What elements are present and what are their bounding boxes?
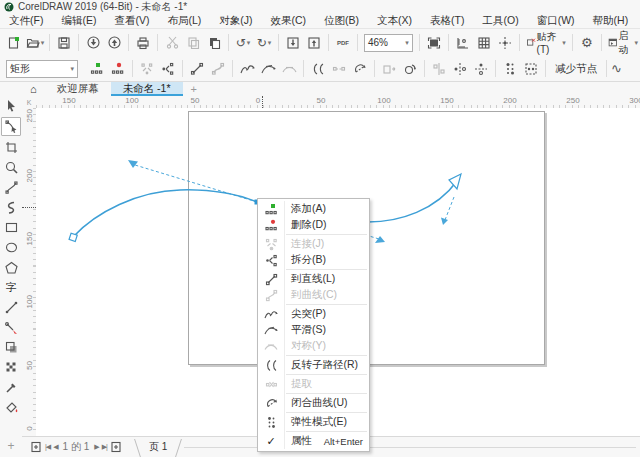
context-item-add[interactable]: 添加(A) [258,201,369,217]
transparency-tool[interactable] [2,339,20,356]
reflect-horizontal-button[interactable] [450,59,470,79]
curve-segment-left[interactable] [73,190,257,237]
more-tools-button[interactable]: + [7,439,14,453]
cusp-node-button[interactable] [237,59,257,79]
page-tab[interactable]: 页 1 [135,437,181,457]
artistic-media-tool[interactable] [2,199,20,216]
save-button[interactable] [54,33,74,53]
open-button[interactable]: ▾ [25,33,45,53]
context-item-reverse-subpath[interactable]: 反转子路径(R) [258,357,369,373]
context-item-properties[interactable]: ✓ 属性 Alt+Enter [258,433,369,449]
menu-view[interactable]: 查看(V) [105,14,158,28]
vertical-ruler[interactable]: 250 200 150 100 50 0 [22,108,37,437]
select-all-nodes-button[interactable] [521,59,541,79]
publish-pdf-button[interactable]: PDF [333,33,353,53]
menu-window[interactable]: 窗口(W) [528,14,584,28]
reflect-vertical-button[interactable] [471,59,491,79]
undo-dropdown-caret[interactable]: ▾ [247,39,251,46]
menu-effects[interactable]: 效果(C) [262,14,316,28]
redo-button[interactable]: ↻ ▾ [254,33,274,53]
handle-arrow[interactable] [128,160,138,168]
parallel-dimension-tool[interactable] [2,299,20,316]
show-guidelines-button[interactable] [495,33,515,53]
break-curve-button[interactable] [158,59,178,79]
import-button[interactable] [283,33,303,53]
launch-dropdown-caret[interactable]: ▾ [634,39,638,46]
first-page-button[interactable]: |◀ [45,443,50,451]
shape-tool[interactable] [1,117,21,136]
menu-layout[interactable]: 布局(L) [158,14,210,28]
menu-file[interactable]: 文件(F) [0,14,52,28]
snap-dropdown-caret[interactable]: ▾ [562,39,566,46]
print-button[interactable] [133,33,153,53]
curve-smoothness-icon[interactable]: ∿ [611,62,622,75]
show-grid-button[interactable] [474,33,494,53]
eyedropper-tool[interactable] [2,379,20,396]
open-dropdown-caret[interactable]: ▾ [41,39,45,46]
new-document-button[interactable] [4,33,24,53]
next-page-button[interactable]: ▶ [94,443,98,451]
context-item-elastic-mode[interactable]: 弹性模式(E) [258,414,369,430]
tab-welcome-screen[interactable]: 欢迎屏幕 [45,82,111,96]
show-rulers-button[interactable] [453,33,473,53]
options-button[interactable]: ⚙ [577,33,597,53]
connector-tool[interactable] [2,319,20,336]
undo-button[interactable]: ↺ ▾ [233,33,253,53]
context-item-smooth[interactable]: 平滑(S) [258,322,369,338]
reverse-direction-button[interactable] [308,59,328,79]
add-node-button[interactable] [87,59,107,79]
previous-page-button[interactable]: ◀ [53,443,57,451]
rectangle-tool[interactable] [2,219,20,236]
home-tab[interactable]: ⌂ [30,83,37,95]
polygon-tool[interactable] [2,259,20,276]
curve-start-node[interactable] [69,233,77,241]
delete-node-button[interactable] [108,59,128,79]
close-curve-button[interactable] [350,59,370,79]
save-to-cloud-button[interactable] [104,33,124,53]
handle-arrow[interactable] [441,218,448,226]
menu-help[interactable]: 帮助(H) [584,14,638,28]
handle-arrow[interactable] [375,236,385,243]
context-item-cusp[interactable]: 尖突(P) [258,306,369,322]
pattern-tool[interactable] [2,359,20,376]
last-page-button[interactable]: ▶| [102,443,107,451]
curve-end-arrow[interactable] [449,174,461,189]
crop-tool[interactable] [2,139,20,156]
export-button[interactable] [304,33,324,53]
context-item-close-curve[interactable]: 闭合曲线(U) [258,395,369,411]
menu-tools[interactable]: 工具(O) [474,14,528,28]
context-item-to-line[interactable]: 到直线(L) [258,271,369,287]
interactive-fill-tool[interactable] [2,399,20,416]
add-page-after-icon[interactable] [110,441,122,453]
menu-bitmaps[interactable]: 位图(B) [315,14,368,28]
add-page-before-icon[interactable] [30,441,42,453]
ellipse-tool[interactable] [2,239,20,256]
smooth-node-button[interactable] [258,59,278,79]
context-item-delete[interactable]: 删除(D) [258,217,369,233]
snap-to-button[interactable]: 贴齐(T) ▾ [524,33,568,53]
full-screen-preview-button[interactable] [424,33,444,53]
tab-untitled-document[interactable]: 未命名 -1* [111,82,183,96]
text-tool[interactable]: 字 [2,279,20,296]
menu-text[interactable]: 文本(X) [368,14,421,28]
preset-combobox[interactable]: 矩形 ▾ [6,60,78,78]
node-handle-line[interactable] [445,197,454,220]
elastic-mode-button[interactable] [500,59,520,79]
preset-dropdown-caret[interactable]: ▾ [70,65,74,72]
zoom-level-combobox[interactable]: 46% ▾ [364,34,413,52]
menu-table[interactable]: 表格(T) [421,14,473,28]
pick-tool[interactable] [2,97,20,114]
zoom-tool[interactable] [2,159,20,176]
menu-object[interactable]: 对象(J) [210,14,261,28]
zoom-dropdown-caret[interactable]: ▾ [405,39,409,46]
new-tab-button[interactable]: + [191,83,197,95]
menu-edit[interactable]: 编辑(E) [52,14,105,28]
rotate-nodes-button[interactable] [400,59,420,79]
reduce-nodes-button[interactable]: 减少节点 [550,62,602,76]
open-from-cloud-button[interactable] [83,33,103,53]
paste-button[interactable] [204,33,224,53]
context-item-break[interactable]: 拆分(B) [258,252,369,268]
redo-dropdown-caret[interactable]: ▾ [268,39,272,46]
convert-to-line-button[interactable] [187,59,207,79]
launch-button[interactable]: 启动 ▾ [606,33,640,53]
